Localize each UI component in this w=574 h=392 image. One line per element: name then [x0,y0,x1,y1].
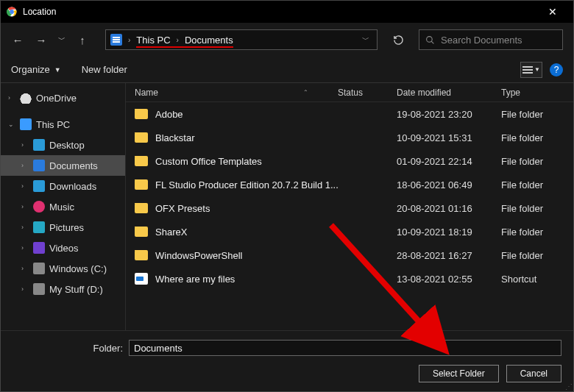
window-title: Location [23,7,538,17]
history-dropdown[interactable]: ﹀ [58,35,65,45]
tree-ddrive[interactable]: ›My Stuff (D:) [1,279,125,299]
up-button[interactable]: ↑ [76,34,89,46]
file-date: 28-08-2021 16:27 [397,250,501,261]
file-name: WindowsPowerShell [155,250,243,261]
file-name: ShareX [155,227,187,238]
folder-icon [135,132,148,143]
new-folder-button[interactable]: New folder [82,64,127,75]
file-row[interactable]: ShareX10-09-2021 18:19File folder [126,220,573,243]
pictures-icon [33,221,45,233]
resize-grip[interactable]: ⋰ [565,382,571,391]
file-date: 13-08-2021 02:55 [397,274,501,285]
videos-icon [33,242,45,254]
svg-line-3 [431,41,433,43]
file-type: File folder [501,227,573,238]
file-date: 10-09-2021 18:19 [397,227,501,238]
breadcrumb-bar[interactable]: › This PC › Documents ﹀ [105,29,378,50]
file-type: File folder [501,156,573,167]
tree-desktop[interactable]: ›Desktop [1,135,125,155]
tree-videos[interactable]: ›Videos [1,238,125,258]
svg-rect-6 [522,72,533,74]
file-type: File folder [501,109,573,120]
file-date: 10-09-2021 15:31 [397,132,501,143]
file-name: FL Studio Producer Edition 20.7.2 Build … [155,179,338,190]
file-name: Where are my files [155,274,235,285]
nav-tree: ›OneDrive ⌄This PC ›Desktop ›Documents ›… [1,83,126,330]
documents-icon [110,34,122,46]
tree-onedrive[interactable]: ›OneDrive [1,88,125,108]
file-date: 01-09-2021 22:14 [397,156,501,167]
svg-point-1 [10,10,14,14]
view-mode-button[interactable]: ▼ [520,62,542,78]
dialog-window: Location ✕ ← → ﹀ ↑ › This PC › Documents… [0,0,574,392]
refresh-button[interactable] [388,29,408,50]
sort-asc-icon: ⌃ [303,89,308,96]
drive-icon [33,283,45,295]
tree-downloads[interactable]: ›Downloads [1,176,125,196]
file-type: File folder [501,132,573,143]
file-date: 20-08-2021 01:16 [397,203,501,214]
file-name: Custom Office Templates [155,156,262,167]
chrome-icon [7,7,17,17]
music-icon [33,201,45,213]
breadcrumb-root[interactable]: This PC [136,35,170,46]
file-type: File folder [501,179,573,190]
forward-button[interactable]: → [35,34,48,46]
svg-point-2 [427,36,433,42]
back-button[interactable]: ← [11,34,24,46]
documents-icon [33,160,45,171]
file-name: Adobe [155,109,183,120]
file-list: Name⌃ Status Date modified Type Adobe19-… [126,83,573,330]
file-row[interactable]: FL Studio Producer Edition 20.7.2 Build … [126,173,573,196]
pc-icon [20,118,32,130]
breadcrumb-dropdown[interactable]: ﹀ [362,35,372,45]
tree-documents[interactable]: ›Documents [1,155,125,176]
shortcut-icon [135,273,148,285]
nav-bar: ← → ﹀ ↑ › This PC › Documents ﹀ Search D… [1,23,573,57]
svg-rect-4 [522,66,533,68]
drive-icon [33,263,45,274]
cancel-button[interactable]: Cancel [506,365,561,382]
file-name: OFX Presets [155,203,210,214]
organize-menu[interactable]: Organize▼ [11,64,61,75]
search-input[interactable]: Search Documents [419,29,563,50]
file-row[interactable]: OFX Presets20-08-2021 01:16File folder [126,196,573,220]
tree-music[interactable]: ›Music [1,196,125,217]
desktop-icon [33,139,45,151]
titlebar: Location ✕ [1,1,573,23]
file-row[interactable]: Adobe19-08-2021 23:20File folder [126,102,573,126]
tree-cdrive[interactable]: ›Windows (C:) [1,258,125,279]
help-button[interactable]: ? [550,63,563,76]
file-type: File folder [501,203,573,214]
folder-icon [135,179,148,190]
close-button[interactable]: ✕ [538,6,567,18]
folder-icon [135,156,148,166]
file-row[interactable]: WindowsPowerShell28-08-2021 16:27File fo… [126,243,573,267]
chevron-right-icon: › [177,36,179,44]
search-placeholder: Search Documents [441,35,522,46]
folder-input[interactable] [129,340,561,356]
file-row[interactable]: Blackstar10-09-2021 15:31File folder [126,126,573,149]
file-date: 18-06-2021 06:49 [397,179,501,190]
select-folder-button[interactable]: Select Folder [419,365,499,382]
file-row[interactable]: Where are my files13-08-2021 02:55Shortc… [126,267,573,291]
tree-thispc[interactable]: ⌄This PC [1,114,125,135]
toolbar: Organize▼ New folder ▼ ? [1,57,573,83]
column-headers[interactable]: Name⌃ Status Date modified Type [126,83,573,102]
folder-icon [135,109,148,119]
cloud-icon [20,92,32,104]
file-type: Shortcut [501,274,573,285]
file-name: Blackstar [155,132,194,143]
file-row[interactable]: Custom Office Templates01-09-2021 22:14F… [126,149,573,173]
file-date: 19-08-2021 23:20 [397,109,501,120]
breadcrumb-current[interactable]: Documents [185,35,233,46]
chevron-right-icon: › [128,36,130,44]
file-type: File folder [501,250,573,261]
tree-pictures[interactable]: ›Pictures [1,217,125,238]
folder-icon [135,203,148,213]
folder-label: Folder: [13,343,123,354]
folder-icon [135,227,148,237]
search-icon [425,35,435,45]
svg-rect-5 [522,69,533,71]
body-area: ›OneDrive ⌄This PC ›Desktop ›Documents ›… [1,83,573,330]
